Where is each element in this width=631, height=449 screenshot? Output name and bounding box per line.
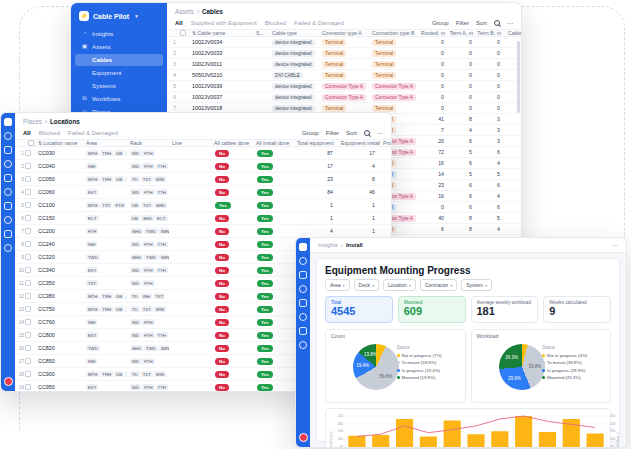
bar-week-23[interactable]	[396, 419, 413, 448]
bar-week-27[interactable]	[491, 431, 508, 448]
breadcrumb-item[interactable]: Assets	[175, 8, 194, 15]
bar-week-24[interactable]	[420, 436, 437, 448]
row-checkbox[interactable]	[25, 176, 35, 183]
breadcrumb-item[interactable]: Cables	[202, 8, 223, 15]
more-options-icon[interactable]: ⋯	[507, 19, 513, 26]
table-row[interactable]: 51002JV0039device integratedConnector Ty…	[167, 81, 521, 92]
filter-area[interactable]: Area▾	[325, 279, 350, 291]
column-header[interactable]: Equipment installed	[338, 140, 380, 146]
column-header[interactable]: Term A, m	[449, 30, 477, 36]
tab-supplied-with-equipment[interactable]: Supplied with Equipment	[191, 20, 257, 26]
column-header[interactable]: Area	[83, 140, 127, 146]
tab-blocked[interactable]: Blocked	[265, 20, 286, 26]
column-header[interactable]: Connector type A	[319, 30, 369, 36]
bar-week-31[interactable]	[587, 433, 604, 448]
select-all-checkbox[interactable]	[25, 140, 35, 146]
column-header[interactable]: Term B, m	[477, 30, 505, 36]
tab-failed-damaged[interactable]: Failed & Damaged	[68, 130, 118, 136]
table-row[interactable]: 61002JV0037device integratedConnector Ty…	[167, 92, 521, 103]
filter-contractor[interactable]: Contractor▾	[420, 279, 457, 291]
bar-week-25[interactable]	[444, 420, 461, 448]
notification-badge[interactable]	[299, 433, 308, 442]
search-icon[interactable]	[494, 20, 500, 26]
app-logo[interactable]: ⚡ Cable Pilot ▾	[71, 8, 167, 27]
sidebar-item-cables[interactable]: Cables	[75, 54, 163, 66]
row-checkbox[interactable]	[25, 319, 35, 326]
table-row[interactable]: 3CC050MTHTRHDBFTHTDTXTWINNoYes238	[15, 173, 391, 186]
sidebar-item-insights[interactable]: ◔Insights	[75, 28, 163, 40]
row-checkbox[interactable]	[25, 371, 35, 378]
places-icon[interactable]	[4, 188, 12, 196]
table-row[interactable]: 45050JV0210DVI CABLETerminalTerminal000	[167, 70, 521, 81]
row-checkbox[interactable]	[25, 228, 35, 235]
workflows-icon[interactable]	[4, 174, 12, 182]
table-row[interactable]: 2CC040INHWDFTHTTHNoYes174	[15, 160, 391, 173]
sidebar-item-workflows[interactable]: ⧉Workflows	[75, 93, 163, 105]
column-header[interactable]: All install done	[253, 140, 294, 146]
catalogs-icon[interactable]	[299, 327, 307, 335]
filter-location[interactable]: Location▾	[383, 279, 416, 291]
search-icon[interactable]	[4, 132, 12, 140]
tab-all[interactable]: All	[175, 20, 183, 26]
row-checkbox[interactable]	[25, 189, 35, 196]
table-row[interactable]: 21002JV0033device integratedTerminalTerm…	[167, 48, 521, 59]
toolbar-sort-button[interactable]: Sort	[346, 130, 357, 136]
sidebar-item-equipment[interactable]: Equipment	[75, 67, 163, 79]
settings-icon[interactable]	[4, 244, 12, 252]
column-header[interactable]: Cable type	[269, 30, 319, 36]
table-row[interactable]: 31002JV0011device integratedTerminalTerm…	[167, 59, 521, 70]
filter-system[interactable]: System▾	[461, 279, 492, 291]
column-header[interactable]: Cable end to	[505, 30, 521, 36]
table-row[interactable]: 4CC060EXTWDFTHTTHNoYes8446	[15, 186, 391, 199]
row-checkbox[interactable]	[25, 241, 35, 248]
table-row[interactable]: 11002JV0034device integratedTerminalTerm…	[167, 37, 521, 48]
tab-all[interactable]: All	[23, 130, 31, 136]
column-header[interactable]: Rack	[127, 140, 169, 146]
column-header[interactable]: All cables done	[211, 140, 253, 146]
breadcrumb-item[interactable]: Places	[23, 118, 42, 125]
more-options-icon[interactable]: ⋯	[612, 242, 618, 248]
routing-icon[interactable]	[4, 202, 12, 210]
row-checkbox[interactable]	[25, 306, 35, 313]
column-header[interactable]: Connection type B	[369, 30, 419, 36]
row-checkbox[interactable]	[25, 202, 35, 209]
column-header[interactable]: ⇅Cable name	[189, 30, 253, 36]
assets-icon[interactable]	[299, 271, 307, 279]
breadcrumb-item[interactable]: Locations	[50, 118, 80, 125]
notification-badge[interactable]	[4, 377, 13, 386]
row-checkbox[interactable]	[25, 163, 35, 170]
row-checkbox[interactable]	[25, 215, 35, 222]
catalogs-icon[interactable]	[4, 216, 12, 224]
table-row[interactable]: 5CC100MTHTXTFTHDBDBTXTSHDYesYes11	[15, 199, 391, 212]
toolbar-sort-button[interactable]: Sort	[476, 20, 487, 26]
insights-icon[interactable]	[4, 146, 12, 154]
row-checkbox[interactable]	[25, 384, 35, 391]
toolbar-group-button[interactable]: Group	[302, 130, 319, 136]
column-header[interactable]: Line	[169, 140, 211, 146]
assets-icon[interactable]	[4, 160, 12, 168]
more-options-icon[interactable]: ⋯	[377, 129, 383, 136]
bar-week-28[interactable]	[515, 416, 532, 448]
row-checkbox[interactable]	[25, 345, 35, 352]
users-icon[interactable]	[299, 341, 307, 349]
tab-failed-damaged[interactable]: Failed & Damaged	[294, 20, 344, 26]
filter-deck[interactable]: Deck▾	[354, 279, 379, 291]
breadcrumb-item[interactable]: Insights	[318, 242, 338, 248]
bar-week-22[interactable]	[372, 435, 389, 448]
row-checkbox[interactable]	[25, 358, 35, 365]
row-checkbox[interactable]	[25, 293, 35, 300]
toolbar-filter-button[interactable]: Filter	[326, 130, 339, 136]
toolbar-group-button[interactable]: Group	[432, 20, 449, 26]
logo-icon[interactable]	[4, 118, 12, 126]
users-icon[interactable]	[4, 230, 12, 238]
breadcrumb-item[interactable]: Install	[346, 242, 363, 248]
bar-week-21[interactable]	[348, 435, 365, 448]
search-icon[interactable]	[364, 130, 370, 136]
routing-icon[interactable]	[299, 313, 307, 321]
sidebar-item-assets[interactable]: ▣Assets	[75, 41, 163, 53]
column-header[interactable]: Provisioned	[380, 140, 391, 146]
row-checkbox[interactable]	[25, 150, 35, 157]
column-header[interactable]: ⇅Location name	[35, 140, 83, 146]
table-row[interactable]: 1CC030MTHTRHDBFTHWDFTHNoYes8717	[15, 147, 391, 160]
tab-blocked[interactable]: Blocked	[39, 130, 60, 136]
